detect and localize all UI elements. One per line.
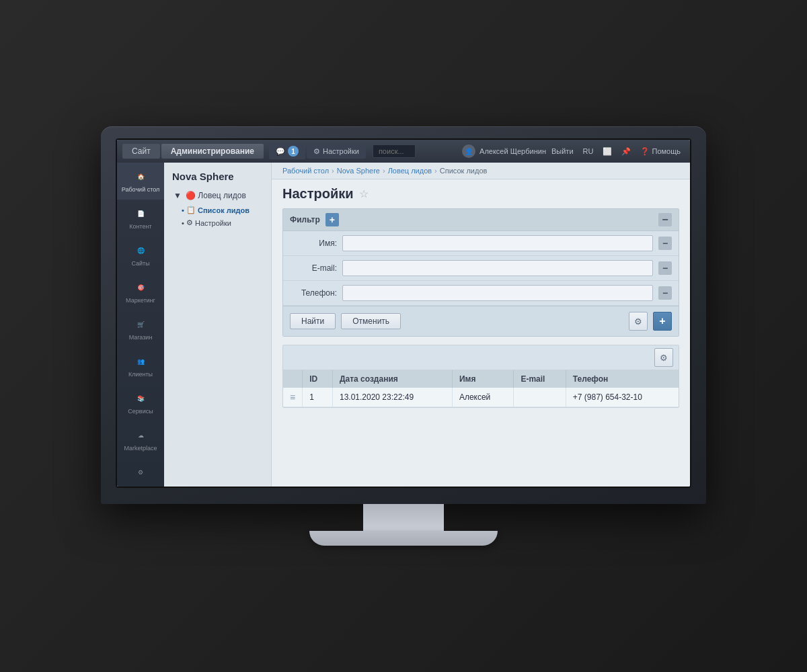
logout-button[interactable]: Выйти (547, 146, 578, 157)
filter-minimize-button[interactable]: − (658, 213, 672, 226)
bullet-icon-2: • (182, 219, 184, 227)
monitor-frame: Сайт Администрирование 💬 1 ⚙ Настройки 👤… (101, 126, 706, 546)
sidebar-label-content: Контент (129, 223, 151, 230)
content-area: Рабочий стол › Nova Sphere › Ловец лидов… (272, 163, 690, 487)
th-checkbox (283, 370, 303, 388)
admin-button[interactable]: Администрирование (161, 144, 264, 159)
breadcrumb-sep-1: › (332, 167, 334, 175)
marketing-icon: 🎯 (133, 280, 148, 295)
table-toolbar: ⚙ (283, 345, 679, 370)
settings-label: Настройки (323, 147, 359, 155)
breadcrumb-sep-3: › (434, 167, 437, 175)
user-icon: 👤 (462, 144, 475, 158)
help-label: Помощь (652, 147, 681, 155)
row-name: Алексей (452, 388, 514, 407)
user-info: 👤 Алексей Щербинин (462, 144, 546, 158)
table-area: ⚙ ID Дата создания Имя E-mail (282, 345, 679, 408)
sidebar-label-dashboard: Рабочий стол (122, 186, 160, 193)
gear-icon-filter: ⚙ (634, 317, 642, 327)
breadcrumb: Рабочий стол › Nova Sphere › Ловец лидов… (272, 163, 690, 179)
filter-input-email[interactable] (342, 260, 653, 276)
sidebar-item-system[interactable]: ⚙ (117, 458, 164, 487)
filter-row-phone: Телефон: − (283, 281, 679, 306)
find-button[interactable]: Найти (290, 313, 336, 329)
sub-icon-list: 📋 (186, 206, 196, 214)
monitor-stand-base (309, 531, 498, 546)
row-drag-handle[interactable]: ≡ (283, 388, 303, 407)
filter-row-name: Имя: − (283, 231, 679, 256)
settings-top-button[interactable]: ⚙ Настройки (307, 144, 366, 159)
row-id: 1 (303, 388, 333, 407)
tree-subitem-settings[interactable]: • ⚙ Настройки (164, 216, 271, 229)
filter-remove-phone-button[interactable]: − (658, 286, 672, 300)
sidebar-label-services: Сервисы (128, 408, 153, 415)
filter-label-email: E-mail: (290, 263, 337, 273)
leads-table: ID Дата создания Имя E-mail Телефон ≡ (283, 370, 679, 407)
sidebar-item-clients[interactable]: 👥 Клиенты (117, 347, 164, 384)
notification-button[interactable]: 💬 1 (269, 143, 305, 159)
sidebar-label-sites: Сайты (131, 260, 149, 267)
breadcrumb-leadcatcher[interactable]: Ловец лидов (388, 167, 432, 175)
chat-icon: 💬 (276, 147, 285, 156)
services-icon: 📚 (133, 391, 148, 406)
user-name: Алексей Щербинин (479, 147, 546, 155)
lang-button[interactable]: RU (579, 146, 598, 157)
sidebar-item-sites[interactable]: 🌐 Сайты (117, 237, 164, 274)
gear-icon-table: ⚙ (660, 353, 668, 363)
tree-site-name: Nova Sphere (164, 163, 271, 187)
table-row[interactable]: ≡ 1 13.01.2020 23:22:49 Алексей +7 (987)… (283, 388, 679, 407)
th-email: E-mail (514, 370, 566, 388)
sidebar-item-marketing[interactable]: 🎯 Маркетинг (117, 274, 164, 310)
filter-title: Фильтр (290, 215, 320, 224)
top-bar: Сайт Администрирование 💬 1 ⚙ Настройки 👤… (117, 140, 690, 163)
tree-item-label-leads: Ловец лидов (198, 191, 245, 200)
sidebar-item-shop[interactable]: 🛒 Магазин (117, 310, 164, 347)
filter-label-name: Имя: (290, 239, 337, 248)
site-button[interactable]: Сайт (122, 144, 160, 159)
th-id: ID (303, 370, 333, 388)
tree-subitem-lead-list[interactable]: • 📋 Список лидов (164, 204, 271, 216)
filter-row-email: E-mail: − (283, 256, 679, 281)
filter-remove-name-button[interactable]: − (658, 237, 672, 250)
th-phone: Телефон (566, 370, 679, 388)
filter-panel: Фильтр + − Имя: − E-mail: − (282, 208, 679, 337)
system-icon: ⚙ (133, 465, 148, 480)
th-name: Имя (452, 370, 514, 388)
row-phone: +7 (987) 654-32-10 (566, 388, 679, 407)
pin-button[interactable]: 📌 (617, 146, 635, 157)
breadcrumb-sep-2: › (383, 167, 385, 175)
sidebar-item-marketplace[interactable]: ☁ Marketplace (117, 421, 164, 458)
notification-badge: 1 (288, 146, 299, 157)
filter-add-button[interactable]: + (325, 213, 339, 226)
monitor-screen: Сайт Администрирование 💬 1 ⚙ Настройки 👤… (116, 138, 691, 488)
favorite-star-icon[interactable]: ☆ (359, 187, 369, 200)
tree-item-leads-catcher[interactable]: ▼ 🔴 Ловец лидов (164, 187, 271, 204)
filter-gear-button[interactable]: ⚙ (629, 312, 648, 331)
clients-icon: 👥 (133, 354, 148, 369)
page-title: Настройки (282, 186, 354, 202)
sidebar-label-clients: Клиенты (128, 371, 153, 378)
sidebar-item-content[interactable]: 📄 Контент (117, 200, 164, 237)
page-header: Настройки ☆ (272, 179, 690, 206)
search-input[interactable] (373, 144, 416, 158)
sidebar-icons: 🏠 Рабочий стол 📄 Контент 🌐 Сайты 🎯 Марке… (117, 163, 164, 487)
filter-remove-email-button[interactable]: − (658, 261, 672, 275)
cancel-button[interactable]: Отменить (341, 313, 401, 329)
help-button[interactable]: ❓ Помощь (636, 146, 685, 157)
sidebar-item-dashboard[interactable]: 🏠 Рабочий стол (117, 163, 164, 200)
sidebar-bottom: ⚙ (117, 458, 164, 487)
breadcrumb-desktop[interactable]: Рабочий стол (282, 167, 329, 175)
window-button[interactable]: ⬜ (599, 146, 616, 157)
tree-subitem-label-settings: Настройки (195, 219, 231, 227)
tree-item-icon-leads: 🔴 (186, 191, 196, 200)
filter-input-name[interactable] (342, 235, 653, 251)
sidebar-tree: Nova Sphere ▼ 🔴 Ловец лидов • 📋 Список л… (164, 163, 272, 487)
sidebar-item-services[interactable]: 📚 Сервисы (117, 384, 164, 421)
filter-plus-button[interactable]: + (653, 312, 672, 331)
breadcrumb-novasphere[interactable]: Nova Sphere (337, 167, 380, 175)
search-container (373, 144, 416, 158)
table-gear-button[interactable]: ⚙ (654, 348, 673, 367)
filter-input-phone[interactable] (342, 285, 653, 301)
help-icon: ❓ (640, 147, 650, 155)
home-icon: 🏠 (133, 169, 148, 184)
